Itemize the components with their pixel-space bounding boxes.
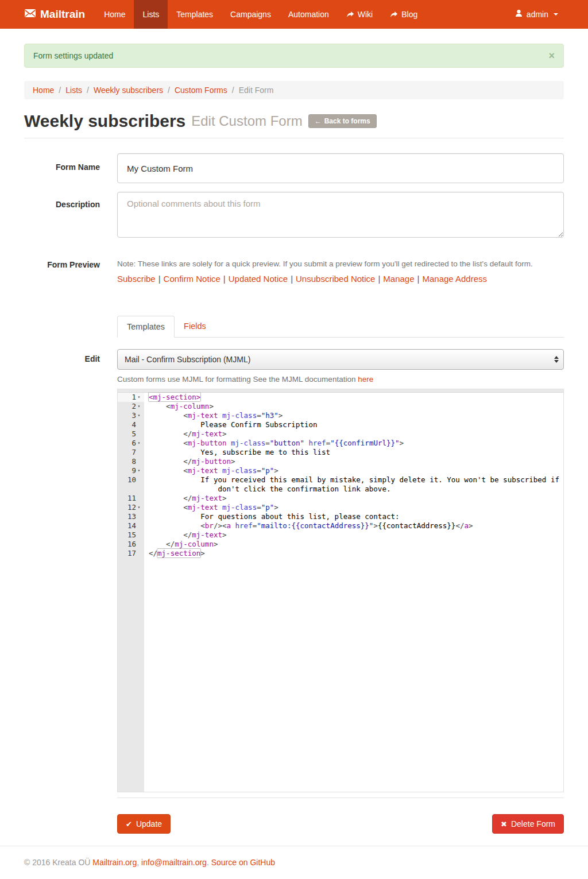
line-number: 12	[127, 503, 136, 512]
user-menu[interactable]: admin	[509, 0, 564, 29]
fold-arrow-icon[interactable]: ▾	[136, 393, 142, 402]
nav-item-lists[interactable]: Lists	[134, 0, 168, 29]
line-number: 7	[131, 448, 136, 457]
footer-link-github[interactable]: Source on GitHub	[211, 858, 275, 867]
preview-note: Note: These links are solely for a quick…	[117, 260, 564, 268]
nav-item-label: Lists	[142, 10, 159, 19]
page-title: Weekly subscribers	[24, 111, 185, 131]
top-navbar: Mailtrain HomeListsTemplatesCampaignsAut…	[0, 0, 588, 29]
code-line: 14 <br/><a href="mailto:{{contactAddress…	[118, 521, 563, 531]
code-line: 12▾ <mj-text mj-class="p">	[118, 503, 563, 512]
delete-form-button[interactable]: ✖ Delete Form	[492, 814, 564, 834]
fold-arrow-icon[interactable]: ▾	[136, 402, 142, 411]
cross-icon: ✖	[501, 820, 507, 828]
preview-link-subscribe[interactable]: Subscribe	[117, 274, 156, 284]
code-line: 4 Please Confirm Subscription	[118, 420, 563, 429]
edit-label: Edit	[24, 349, 117, 792]
fold-arrow-icon[interactable]: ▾	[136, 503, 142, 512]
code-line: 3▾ <mj-text mj-class="h3">	[118, 411, 563, 420]
share-arrow-icon	[390, 11, 398, 18]
mjml-doc-link[interactable]: here	[358, 375, 373, 384]
breadcrumb-link-home[interactable]: Home	[33, 86, 54, 95]
line-number: 2	[131, 402, 136, 411]
fold-arrow-icon[interactable]: ▾	[136, 411, 142, 420]
fold-arrow-icon[interactable]: ▾	[136, 439, 142, 448]
code-line: 2▾ <mj-column>	[118, 402, 563, 411]
code-line: 17</mj-section>	[118, 549, 563, 558]
line-number: 9	[131, 466, 136, 475]
footer: © 2016 Kreata OÜ Mailtrain.org, info@mai…	[0, 846, 588, 877]
breadcrumb: HomeListsWeekly subscribersCustom FormsE…	[24, 81, 564, 99]
user-icon	[514, 9, 523, 20]
nav-item-wiki[interactable]: Wiki	[338, 0, 381, 29]
link-separator: |	[156, 274, 164, 284]
line-number: 13	[127, 512, 136, 521]
footer-link-mailtrain[interactable]: Mailtrain.org	[92, 858, 137, 867]
edit-custom-form: Form Name Description Form Preview Note:…	[24, 153, 564, 834]
footer-link-email[interactable]: info@mailtrain.org	[141, 858, 207, 867]
code-line: 1▾<mj-section>	[118, 393, 563, 402]
back-arrow-icon: ←	[315, 117, 322, 125]
nav-item-label: Automation	[288, 10, 329, 19]
preview-link-manage-address[interactable]: Manage Address	[422, 274, 487, 284]
fold-arrow-icon[interactable]: ▾	[136, 466, 142, 475]
tab-fields[interactable]: Fields	[175, 316, 215, 338]
envelope-icon	[24, 8, 36, 21]
code-line: 13 For questions about this list, please…	[118, 512, 563, 521]
line-number: 1	[131, 393, 136, 402]
breadcrumb-link-custom-forms[interactable]: Custom Forms	[175, 86, 227, 95]
code-line: 6▾ <mj-button mj-class="button" href="{{…	[118, 439, 563, 448]
line-number: 16	[127, 540, 136, 549]
code-line: 10 If you received this email by mistake…	[118, 475, 563, 485]
back-to-forms-button[interactable]: ← Back to forms	[308, 114, 377, 128]
nav-item-campaigns[interactable]: Campaigns	[222, 0, 280, 29]
preview-links: Subscribe|Confirm Notice|Updated Notice|…	[117, 274, 564, 284]
link-separator: |	[415, 274, 423, 284]
code-line: don't click the confirmation link above.	[118, 485, 563, 494]
alert-text: Form settings updated	[33, 51, 113, 60]
form-name-label: Form Name	[24, 153, 117, 183]
line-number: 15	[127, 531, 136, 540]
code-line: 5 </mj-text>	[118, 429, 563, 439]
nav-item-label: Blog	[401, 10, 417, 19]
mjml-code-editor[interactable]: 1▾<mj-section>2▾ <mj-column>3▾ <mj-text …	[117, 389, 564, 792]
page-subtitle: Edit Custom Form	[191, 113, 302, 129]
breadcrumb-link-lists[interactable]: Lists	[65, 86, 82, 95]
link-separator: |	[288, 274, 296, 284]
tab-bar: TemplatesFields	[117, 316, 564, 338]
success-alert: Form settings updated ×	[24, 44, 564, 68]
form-name-input[interactable]	[117, 153, 564, 183]
nav-item-home[interactable]: Home	[95, 0, 134, 29]
nav-item-blog[interactable]: Blog	[381, 0, 426, 29]
user-name: admin	[527, 10, 548, 19]
nav-item-templates[interactable]: Templates	[168, 0, 222, 29]
preview-link-confirm-notice[interactable]: Confirm Notice	[164, 274, 220, 284]
nav-item-label: Home	[104, 10, 125, 19]
description-label: Description	[24, 192, 117, 239]
preview-link-unsubscribed-notice[interactable]: Unsubscribed Notice	[296, 274, 375, 284]
close-icon[interactable]: ×	[548, 52, 555, 60]
template-select[interactable]: Mail - Confirm Subscription (MJML)	[117, 349, 564, 370]
preview-link-updated-notice[interactable]: Updated Notice	[229, 274, 288, 284]
share-arrow-icon	[346, 11, 354, 18]
line-number: 5	[131, 429, 136, 439]
preview-link-manage[interactable]: Manage	[383, 274, 414, 284]
nav-item-label: Wiki	[358, 10, 373, 19]
line-number: 8	[131, 457, 136, 466]
code-line: 7 Yes, subscribe me to this list	[118, 448, 563, 457]
line-number: 11	[127, 494, 136, 503]
breadcrumb-link-weekly-subscribers[interactable]: Weekly subscribers	[94, 86, 163, 95]
check-icon: ✔	[126, 820, 132, 828]
update-button[interactable]: ✔ Update	[117, 814, 171, 834]
brand[interactable]: Mailtrain	[24, 0, 95, 29]
line-number: 4	[131, 420, 136, 429]
breadcrumb-current: Edit Form	[239, 86, 274, 95]
description-textarea[interactable]	[117, 192, 564, 238]
code-line: 16 </mj-column>	[118, 540, 563, 549]
code-line: 15 </mj-text>	[118, 531, 563, 540]
nav-item-automation[interactable]: Automation	[280, 0, 338, 29]
tab-templates[interactable]: Templates	[117, 316, 175, 338]
mjml-help-text: Custom forms use MJML for formatting See…	[117, 375, 564, 384]
line-number: 3	[131, 411, 136, 420]
line-number: 6	[131, 439, 136, 448]
